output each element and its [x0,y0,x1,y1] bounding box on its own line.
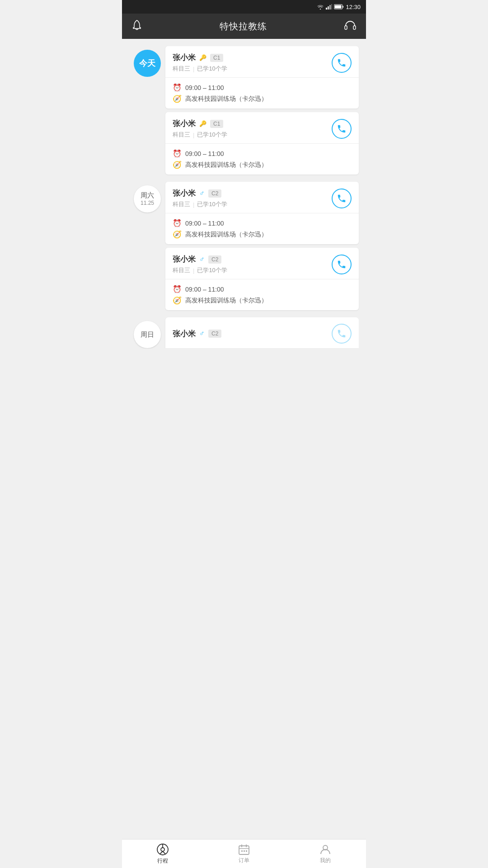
clock-icon: ⏰ [173,149,182,158]
sat-cards: 张小米 ♂ C2 科目三 | 已学10个学 [165,182,359,310]
call-button[interactable] [332,53,352,73]
svg-rect-5 [343,6,343,8]
appointment-card: 张小米 ♂ C2 科目三 | 已学10个学 [165,182,359,244]
card-bottom: ⏰ 09:00 – 11:00 🧭 高发科技园训练场（卡尔迅） [165,213,359,244]
sun-label: 周日 [129,317,165,348]
timeline-container: 今天 张小米 🔑 C1 科目三 | 已学10个学 [122,39,366,363]
location-row: 🧭 高发科技园训练场（卡尔迅） [173,160,352,169]
signal-icon [326,4,332,9]
card-name-row: 张小米 ♂ C2 [173,254,227,264]
page-title: 特快拉教练 [220,20,267,33]
bell-icon[interactable] [131,19,143,33]
status-time: 12:30 [346,4,361,10]
svg-rect-8 [353,26,356,29]
gender-icon: 🔑 [199,54,206,61]
card-top: 张小米 ♂ C2 科目三 | 已学10个学 [165,248,359,279]
license-badge: C1 [210,54,223,62]
appointment-card: 张小米 🔑 C1 科目三 | 已学10个学 [165,112,359,175]
clock-icon: ⏰ [173,285,182,293]
sun-cards: 张小米 ♂ C2 [165,317,359,349]
card-sub: 科目三 | 已学10个学 [173,200,227,208]
card-top: 张小米 🔑 C1 科目三 | 已学10个学 [165,46,359,78]
card-info: 张小米 ♂ C2 科目三 | 已学10个学 [173,254,227,274]
card-info: 张小米 🔑 C1 科目三 | 已学10个学 [173,52,227,73]
card-sub: 科目三 | 已学10个学 [173,266,227,274]
card-top: 张小米 🔑 C1 科目三 | 已学10个学 [165,112,359,144]
call-button[interactable] [332,324,352,344]
today-label: 今天 [129,46,165,77]
app-header: 特快拉教练 [122,14,366,39]
student-name: 张小米 [173,254,196,264]
license-badge: C2 [208,255,221,264]
appointment-card: 张小米 ♂ C2 科目三 | 已学10个学 [165,248,359,310]
gender-icon: ♂ [199,189,205,198]
svg-rect-2 [329,5,331,9]
card-name-row: 张小米 🔑 C1 [173,118,227,129]
call-button[interactable] [332,189,352,208]
status-icons: 12:30 [317,4,361,10]
svg-rect-1 [328,6,329,9]
appointment-card: 张小米 🔑 C1 科目三 | 已学10个学 [165,46,359,108]
card-name-row: 张小米 ♂ C2 [173,188,227,198]
sat-bubble: 周六 11.25 [134,185,161,212]
student-name: 张小米 [173,329,196,339]
student-name: 张小米 [173,118,196,129]
time-row: ⏰ 09:00 – 11:00 [173,149,352,158]
location-icon: 🧭 [173,230,182,239]
card-top: 张小米 ♂ C2 [165,317,359,349]
card-bottom: ⏰ 09:00 – 11:00 🧭 高发科技园训练场（卡尔迅） [165,144,359,175]
card-sub: 科目三 | 已学10个学 [173,65,227,73]
card-bottom: ⏰ 09:00 – 11:00 🧭 高发科技园训练场（卡尔迅） [165,279,359,310]
gender-icon: 🔑 [199,120,206,127]
location-icon: 🧭 [173,94,182,103]
time-row: ⏰ 09:00 – 11:00 [173,219,352,227]
day-section-sat: 周六 11.25 张小米 ♂ C2 科目三 | [129,182,359,310]
wifi-icon [317,4,324,9]
card-info: 张小米 ♂ C2 科目三 | 已学10个学 [173,188,227,208]
license-badge: C2 [208,330,221,338]
svg-rect-3 [331,4,332,9]
day-section-today: 今天 张小米 🔑 C1 科目三 | 已学10个学 [129,46,359,175]
svg-rect-0 [326,8,327,9]
time-row: ⏰ 09:00 – 11:00 [173,285,352,293]
location-row: 🧭 高发科技园训练场（卡尔迅） [173,94,352,103]
today-cards: 张小米 🔑 C1 科目三 | 已学10个学 [165,46,359,175]
card-bottom: ⏰ 09:00 – 11:00 🧭 高发科技园训练场（卡尔迅） [165,78,359,108]
card-sub: 科目三 | 已学10个学 [173,131,227,139]
appointment-card: 张小米 ♂ C2 [165,317,359,349]
license-badge: C2 [208,189,221,198]
location-row: 🧭 高发科技园训练场（卡尔迅） [173,296,352,305]
card-info: 张小米 ♂ C2 [173,329,221,339]
license-badge: C1 [210,120,223,128]
location-icon: 🧭 [173,296,182,305]
location-icon: 🧭 [173,160,182,169]
svg-rect-6 [335,5,342,9]
call-button[interactable] [332,119,352,139]
clock-icon: ⏰ [173,219,182,227]
sat-label: 周六 11.25 [129,182,165,212]
student-name: 张小米 [173,188,196,198]
clock-icon: ⏰ [173,83,182,92]
location-row: 🧭 高发科技园训练场（卡尔迅） [173,230,352,239]
sun-bubble: 周日 [134,321,161,348]
card-top: 张小米 ♂ C2 科目三 | 已学10个学 [165,182,359,213]
headphone-icon[interactable] [343,20,357,33]
battery-icon [334,4,344,9]
today-bubble: 今天 [134,50,161,77]
student-name: 张小米 [173,52,196,63]
gender-icon: ♂ [199,255,205,264]
card-name-row: 张小米 ♂ C2 [173,329,221,339]
time-row: ⏰ 09:00 – 11:00 [173,83,352,92]
day-section-sun: 周日 张小米 ♂ C2 [129,317,359,349]
card-name-row: 张小米 🔑 C1 [173,52,227,63]
card-info: 张小米 🔑 C1 科目三 | 已学10个学 [173,118,227,139]
gender-icon: ♂ [199,330,205,338]
svg-rect-7 [345,26,347,29]
call-button[interactable] [332,255,352,274]
status-bar: 12:30 [122,0,366,14]
